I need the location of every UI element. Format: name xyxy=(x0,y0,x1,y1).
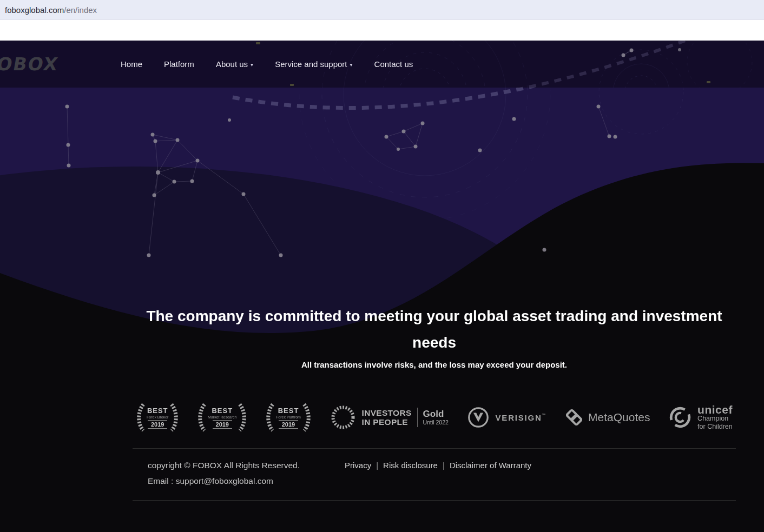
top-navigation: FOBOX Home Platform About us▾ Service an… xyxy=(0,41,764,88)
award-year: 2019 xyxy=(213,420,232,429)
chevron-down-icon: ▾ xyxy=(350,62,353,68)
metaquotes-badge: MetaQuotes xyxy=(564,408,650,427)
unicef-badge: unicef Champion for Children xyxy=(668,404,733,431)
nav-item-platform[interactable]: Platform xyxy=(164,59,194,69)
vertical-divider xyxy=(417,408,418,427)
award-title: BEST xyxy=(278,407,299,415)
logo[interactable]: FOBOX xyxy=(0,54,61,75)
verisign-badge: VERISIGN™ xyxy=(466,405,547,429)
laurel-left-icon xyxy=(136,403,146,432)
award-title: BEST xyxy=(147,407,168,415)
browser-chrome-strip xyxy=(0,20,764,41)
metaquotes-label: MetaQuotes xyxy=(588,411,650,424)
laurel-right-icon xyxy=(238,403,247,432)
award-badge-forex-broker: BEST Forex Broker 2019 xyxy=(136,403,179,432)
unicef-brand: unicef xyxy=(697,404,733,415)
unicef-line1: Champion xyxy=(697,415,733,423)
webpage: FOBOX Home Platform About us▾ Service an… xyxy=(0,41,764,532)
url-path: /en/index xyxy=(64,5,97,15)
disclaimer-of-warranty-link[interactable]: Disclaimer of Warranty xyxy=(450,461,531,470)
award-title: BEST xyxy=(212,407,233,415)
footer: copyright © FOBOX All Rights Reserved. E… xyxy=(133,461,736,486)
hero-subheading: All transactions involve risks, and the … xyxy=(133,360,736,369)
footer-top-divider xyxy=(133,448,736,449)
hero-heading: The company is committed to meeting your… xyxy=(133,303,736,356)
footer-bottom-divider xyxy=(133,500,736,501)
laurel-right-icon xyxy=(302,403,312,432)
verisign-check-icon xyxy=(466,405,490,429)
unicef-line2: for Children xyxy=(697,423,733,431)
metaquotes-knot-icon xyxy=(564,408,584,427)
laurel-left-icon xyxy=(197,403,207,432)
laurel-left-icon xyxy=(265,403,275,432)
award-badge-market-research: BEST Market Research 2019 xyxy=(197,403,247,432)
award-subtitle: Market Research xyxy=(208,415,236,419)
main-content: The company is committed to meeting your… xyxy=(133,303,736,501)
investors-in-people-badge: INVESTORS IN PEOPLE Gold Until 2022 xyxy=(330,404,449,431)
privacy-link[interactable]: Privacy xyxy=(345,461,371,470)
iip-award-level: Gold xyxy=(423,409,449,419)
iip-line1: INVESTORS xyxy=(362,408,412,417)
laurel-right-icon xyxy=(169,403,179,432)
footer-links: Privacy | Risk disclosure | Disclaimer o… xyxy=(345,461,531,486)
nav-item-service-and-support[interactable]: Service and support▾ xyxy=(275,59,352,69)
nav-menu: Home Platform About us▾ Service and supp… xyxy=(121,41,434,88)
award-year: 2019 xyxy=(279,420,298,429)
trademark-mark: ™ xyxy=(542,413,547,417)
link-separator: | xyxy=(438,461,450,470)
nav-item-about-us[interactable]: About us▾ xyxy=(216,59,253,69)
nav-item-home[interactable]: Home xyxy=(121,59,142,69)
url-host: foboxglobal.com xyxy=(5,5,64,15)
iip-valid-until: Until 2022 xyxy=(423,419,449,425)
risk-disclosure-link[interactable]: Risk disclosure xyxy=(383,461,438,470)
nav-item-contact-us[interactable]: Contact us xyxy=(374,59,413,69)
chevron-down-icon: ▾ xyxy=(251,62,253,68)
wreath-circle-icon xyxy=(330,404,357,431)
verisign-label: VERISIGN™ xyxy=(496,413,547,422)
certification-logos-row: BEST Forex Broker 2019 BEST Market Resea… xyxy=(133,402,736,433)
award-subtitle: Forex Broker xyxy=(147,415,168,419)
address-bar[interactable]: foboxglobal.com/en/index xyxy=(0,0,764,20)
copyright-text: copyright © FOBOX All Rights Reserved. xyxy=(148,461,345,470)
iip-line2: IN PEOPLE xyxy=(362,417,412,427)
unicef-emblem-icon xyxy=(668,405,693,430)
award-badge-forex-platform: BEST Forex Platfrom 2019 xyxy=(265,403,312,432)
link-separator: | xyxy=(371,461,383,470)
award-subtitle: Forex Platfrom xyxy=(276,415,301,419)
award-year: 2019 xyxy=(148,420,167,429)
support-email: Email : support@foboxglobal.com xyxy=(148,476,345,486)
